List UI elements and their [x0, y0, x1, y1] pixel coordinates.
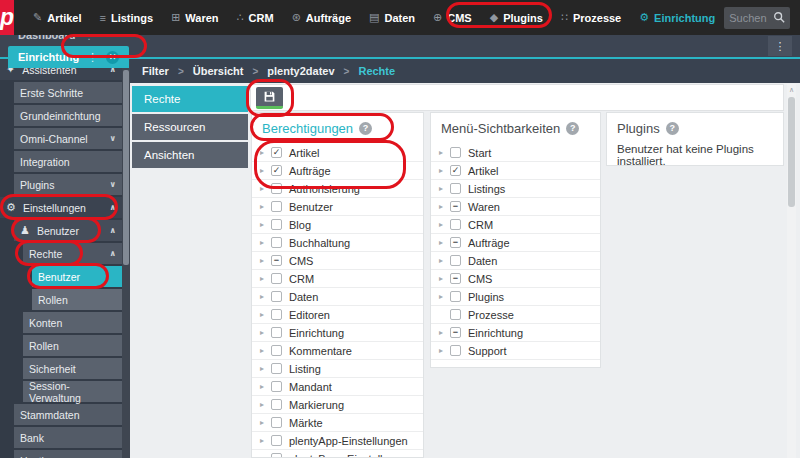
sidebar-item-session-verwaltung[interactable]: Session-Verwaltung — [23, 381, 122, 402]
nav-item-crm[interactable]: ∴CRM — [228, 0, 283, 35]
expander-icon[interactable]: ▸ — [260, 238, 271, 247]
checkbox-checked[interactable]: ✓ — [450, 165, 461, 176]
checkbox-checked[interactable]: ✓ — [271, 147, 282, 158]
subnav-item-ressourcen[interactable]: Ressourcen — [132, 114, 248, 140]
expander-icon[interactable]: ▸ — [260, 364, 271, 373]
checkbox-unchecked[interactable] — [271, 417, 282, 428]
chevron-down-icon[interactable]: ∨ — [110, 180, 117, 189]
sidebar-item-hosting[interactable]: Hosting∨ — [14, 450, 122, 458]
checkbox-unchecked[interactable] — [450, 147, 461, 158]
nav-item-waren[interactable]: ⊞Waren — [162, 0, 227, 35]
expander-icon[interactable]: ▸ — [439, 184, 450, 193]
search-box[interactable] — [724, 7, 790, 29]
checkbox-unchecked[interactable] — [271, 237, 282, 248]
expander-icon[interactable]: ▸ — [260, 202, 271, 211]
subnav-item-rechte[interactable]: Rechte — [132, 86, 248, 112]
expander-icon[interactable]: ▸ — [260, 220, 271, 229]
expander-icon[interactable]: ▸ — [260, 274, 271, 283]
save-button[interactable] — [256, 87, 283, 109]
chevron-up-icon[interactable]: ∧ — [110, 249, 117, 258]
checkbox-unchecked[interactable] — [271, 453, 282, 458]
sidebar-scrollbar[interactable]: ∧ — [122, 59, 130, 458]
checkbox-partial[interactable]: − — [450, 273, 461, 284]
search-input[interactable] — [729, 12, 773, 24]
checkbox-unchecked[interactable] — [271, 183, 282, 194]
sidebar-item-rollen[interactable]: Rollen — [32, 289, 122, 310]
checkbox-partial[interactable]: − — [450, 201, 461, 212]
chevron-down-icon[interactable]: ∨ — [110, 134, 117, 143]
nav-item-auftraege[interactable]: ⊛Aufträge — [283, 0, 360, 35]
nav-item-listings[interactable]: ≡Listings — [91, 0, 163, 35]
checkbox-unchecked[interactable] — [271, 363, 282, 374]
checkbox-unchecked[interactable] — [450, 219, 461, 230]
checkbox-unchecked[interactable] — [271, 201, 282, 212]
sidebar-item-konten[interactable]: Konten — [23, 312, 122, 333]
nav-item-artikel[interactable]: ✎Artikel — [24, 0, 90, 35]
breadcrumb-item-rechte[interactable]: Rechte — [358, 65, 395, 77]
chevron-up-icon[interactable]: ∧ — [110, 226, 117, 235]
expander-icon[interactable]: ▸ — [439, 328, 450, 337]
expander-icon[interactable]: ▸ — [439, 202, 450, 211]
checkbox-unchecked[interactable] — [450, 309, 461, 320]
expander-icon[interactable]: ▸ — [260, 256, 271, 265]
help-icon[interactable]: ? — [566, 122, 579, 135]
sidebar-item-bank[interactable]: Bank — [14, 427, 122, 448]
expander-icon[interactable]: ▸ — [260, 184, 271, 193]
plentymarkets-logo[interactable]: p — [0, 0, 14, 35]
expander-icon[interactable]: ▸ — [260, 400, 271, 409]
checkbox-unchecked[interactable] — [450, 291, 461, 302]
checkbox-unchecked[interactable] — [450, 183, 461, 194]
checkbox-partial[interactable]: − — [271, 255, 282, 266]
sidebar-item-stammdaten[interactable]: Stammdaten — [14, 404, 122, 425]
sidebar-item-benutzer[interactable]: Benutzer — [32, 266, 122, 287]
sidebar-item-erste-schritte[interactable]: Erste Schritte — [14, 82, 122, 103]
search-icon[interactable] — [773, 9, 785, 27]
expander-icon[interactable]: ▸ — [439, 220, 450, 229]
expander-icon[interactable]: ▸ — [260, 454, 271, 458]
expander-icon[interactable]: ▸ — [439, 274, 450, 283]
expander-icon[interactable]: ▸ — [260, 310, 271, 319]
nav-item-plugins[interactable]: ◆Plugins — [481, 0, 552, 35]
expander-icon[interactable]: ▸ — [260, 328, 271, 337]
checkbox-partial[interactable]: − — [450, 327, 461, 338]
checkbox-unchecked[interactable] — [271, 435, 282, 446]
checkbox-unchecked[interactable] — [271, 309, 282, 320]
help-icon[interactable]: ? — [359, 122, 372, 135]
scroll-up-icon[interactable]: ∧ — [787, 84, 796, 96]
subnav-item-ansichten[interactable]: Ansichten — [132, 142, 248, 168]
expander-icon[interactable]: ▸ — [260, 436, 271, 445]
tab-einrichtung[interactable]: Einrichtung⋮✕ — [8, 46, 129, 68]
expander-icon[interactable]: ▸ — [439, 256, 450, 265]
expander-icon[interactable]: ▸ — [260, 346, 271, 355]
sidebar-item-rechte[interactable]: Rechte∧ — [23, 243, 122, 264]
checkbox-unchecked[interactable] — [271, 219, 282, 230]
sidebar-item-sicherheit[interactable]: Sicherheit — [23, 358, 122, 379]
expander-icon[interactable]: ▸ — [260, 292, 271, 301]
checkbox-checked[interactable]: ✓ — [271, 165, 282, 176]
nav-item-einrichtung[interactable]: ⚙Einrichtung — [630, 0, 724, 35]
sidebar-item-rollen[interactable]: Rollen — [23, 335, 122, 356]
scrollbar-thumb[interactable] — [123, 70, 129, 265]
chevron-up-icon[interactable]: ∧ — [110, 203, 117, 212]
expander-icon[interactable]: ▸ — [260, 418, 271, 427]
expander-icon[interactable]: ▸ — [439, 238, 450, 247]
checkbox-unchecked[interactable] — [271, 345, 282, 356]
sidebar-item-plugins[interactable]: Plugins∨ — [14, 174, 122, 195]
breadcrumb-item-filter[interactable]: Filter — [142, 65, 169, 77]
nav-item-prozesse[interactable]: ∷Prozesse — [552, 0, 630, 35]
tab-close-icon[interactable]: ✕ — [106, 51, 119, 64]
breadcrumb-item-bersicht[interactable]: Übersicht — [193, 65, 244, 77]
sidebar-item-benutzer[interactable]: ♟Benutzer∧ — [14, 220, 122, 241]
sidebar-item-omni-channel[interactable]: Omni-Channel∨ — [14, 128, 122, 149]
checkbox-unchecked[interactable] — [271, 327, 282, 338]
tab-overflow-menu-icon[interactable]: ⋮ — [768, 36, 792, 56]
checkbox-unchecked[interactable] — [271, 273, 282, 284]
checkbox-partial[interactable]: − — [450, 237, 461, 248]
expander-icon[interactable]: ▸ — [439, 292, 450, 301]
expander-icon[interactable]: ▸ — [439, 166, 450, 175]
sidebar-item-grundeinrichtung[interactable]: Grundeinrichtung — [14, 105, 122, 126]
tab-menu-icon[interactable]: ⋮ — [87, 51, 98, 64]
expander-icon[interactable]: ▸ — [439, 148, 450, 157]
expander-icon[interactable]: ▸ — [260, 382, 271, 391]
sidebar-item-einstellungen[interactable]: ⚙Einstellungen∧ — [0, 197, 122, 218]
